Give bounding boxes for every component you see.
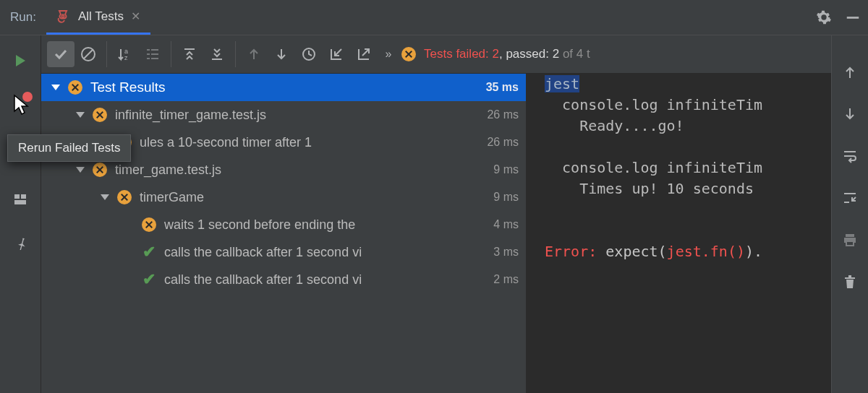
svg-rect-1 <box>14 194 20 199</box>
tree-node-duration: 26 ms <box>487 108 519 121</box>
scroll-end-icon[interactable] <box>838 102 862 126</box>
svg-rect-3 <box>14 200 26 204</box>
svg-rect-2 <box>21 194 26 199</box>
prev-icon[interactable] <box>240 41 268 67</box>
jest-icon <box>56 9 71 24</box>
tree-node[interactable]: ✔calls the callback after 1 second vi2 m… <box>41 266 526 293</box>
output-line <box>545 137 818 157</box>
svg-rect-8 <box>147 49 150 51</box>
run-button[interactable] <box>8 48 33 73</box>
status-fail-icon <box>401 46 417 62</box>
tooltip: Rerun Failed Tests <box>7 134 131 162</box>
softwrap-icon[interactable] <box>838 144 862 168</box>
svg-rect-13 <box>151 58 158 59</box>
sort-icon[interactable]: az <box>111 41 139 67</box>
export-icon[interactable] <box>350 41 378 67</box>
test-tree[interactable]: Test Results 35 ms infinite_timer_game.t… <box>41 74 526 393</box>
import-icon[interactable] <box>323 41 350 67</box>
collapse-all-icon[interactable] <box>203 41 231 67</box>
tabbar: Run: All Tests ✕ <box>0 0 868 35</box>
pin-icon[interactable] <box>8 230 33 255</box>
tree-node[interactable]: infinite_timer_game.test.js26 ms <box>41 101 526 129</box>
next-icon[interactable] <box>268 41 295 67</box>
right-gutter <box>831 35 868 393</box>
show-passed-toggle[interactable] <box>47 41 75 67</box>
fail-icon <box>67 79 83 95</box>
tree-node-label: timerGame <box>140 190 488 205</box>
output-line <box>545 220 818 241</box>
tree-node-duration: 26 ms <box>487 136 519 149</box>
show-ignored-toggle[interactable] <box>75 41 102 67</box>
output-line: console.log infiniteTim <box>545 157 818 178</box>
pass-icon: ✔ <box>141 272 157 288</box>
close-icon[interactable]: ✕ <box>131 9 140 23</box>
tree-node-label: calls the callback after 1 second vi <box>164 272 488 288</box>
print-icon[interactable] <box>838 228 862 252</box>
tree-node-label: ules a 10-second timer after 1 <box>140 135 481 150</box>
tree-node-duration: 2 ms <box>493 273 519 286</box>
tree-node-label: waits 1 second before ending the <box>164 217 488 233</box>
tree-node-duration: 3 ms <box>493 246 519 259</box>
tree-node-label: timer_game.test.js <box>115 163 488 178</box>
tree-node-label: calls the callback after 1 second vi <box>164 245 488 260</box>
toolbar: az <box>41 35 831 74</box>
tree-node[interactable]: waits 1 second before ending the4 ms <box>41 211 526 238</box>
fail-icon <box>116 189 132 205</box>
svg-line-5 <box>84 50 93 59</box>
tab-title: All Tests <box>78 9 124 24</box>
tree-node-duration: 9 ms <box>493 191 519 204</box>
svg-rect-9 <box>147 53 150 55</box>
status-text: Tests failed: 2, passed: 2 of 4 t <box>424 47 590 61</box>
svg-rect-25 <box>845 277 855 279</box>
output-search-highlight: jest <box>545 75 579 92</box>
left-gutter <box>0 35 41 393</box>
svg-rect-12 <box>151 53 158 55</box>
console-output[interactable]: jest console.log infiniteTim Ready....go… <box>526 74 831 393</box>
cursor-icon <box>13 94 32 116</box>
tree-node[interactable]: ✔calls the callback after 1 second vi3 m… <box>41 238 526 266</box>
clear-icon[interactable] <box>838 269 862 294</box>
tree-root-duration: 35 ms <box>486 81 519 94</box>
expand-all-icon[interactable] <box>176 41 203 67</box>
tree-root-label: Test Results <box>90 79 480 95</box>
svg-rect-22 <box>846 234 854 237</box>
output-line: console.log infiniteTim <box>545 95 818 116</box>
fail-icon <box>141 217 157 233</box>
tree-node-duration: 9 ms <box>493 163 519 176</box>
output-line: Ready....go! <box>545 116 818 137</box>
tree-root[interactable]: Test Results 35 ms <box>41 74 526 101</box>
svg-rect-11 <box>151 49 158 51</box>
scroll-to-end-icon[interactable] <box>838 186 862 210</box>
minimize-icon[interactable] <box>845 9 861 25</box>
output-line <box>545 199 818 220</box>
tree-node-label: infinite_timer_game.test.js <box>115 108 481 123</box>
scroll-start-icon[interactable] <box>838 60 862 85</box>
more-icon[interactable]: » <box>378 41 399 67</box>
run-label: Run: <box>7 10 46 25</box>
suite-icon[interactable] <box>139 41 166 67</box>
tree-node[interactable]: timerGame9 ms <box>41 183 526 211</box>
svg-rect-0 <box>847 17 859 19</box>
tree-node-duration: 4 ms <box>493 218 519 231</box>
fail-icon <box>92 162 108 178</box>
tab-all-tests[interactable]: All Tests ✕ <box>46 0 150 35</box>
output-line: Times up! 10 seconds <box>545 178 818 199</box>
svg-rect-26 <box>848 275 851 277</box>
layout-icon[interactable] <box>8 187 33 212</box>
svg-rect-24 <box>846 241 854 246</box>
gear-icon[interactable] <box>816 9 832 25</box>
pass-icon: ✔ <box>141 244 157 260</box>
history-icon[interactable] <box>295 41 323 67</box>
fail-icon <box>92 107 108 123</box>
svg-rect-10 <box>147 58 150 59</box>
svg-text:z: z <box>124 54 128 61</box>
